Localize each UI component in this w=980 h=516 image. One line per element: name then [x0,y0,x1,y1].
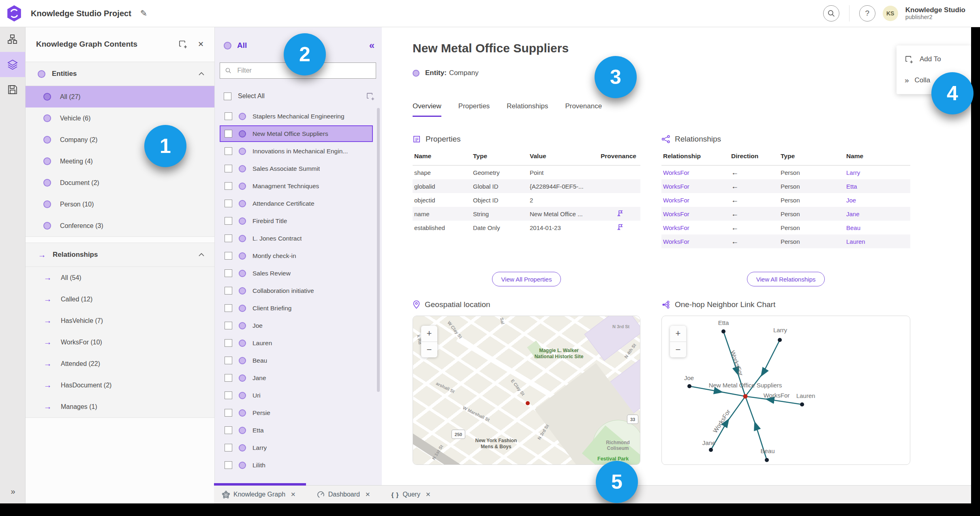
relationship-type-item[interactable]: → HasDocument (2) [26,374,214,396]
tab-relationships[interactable]: Relationships [507,102,548,117]
zoom-out-button[interactable]: − [421,342,437,358]
collapse-panel-icon[interactable]: « [369,40,374,51]
zoom-in-button[interactable]: + [421,326,437,342]
item-checkbox[interactable] [225,357,232,364]
item-checkbox[interactable] [225,391,232,399]
tab-dashboard[interactable]: Dashboard ✕ [317,491,370,499]
select-all-checkbox[interactable] [224,92,231,100]
tab-properties[interactable]: Properties [458,102,490,117]
entity-list-item[interactable]: Managment Techniques [220,178,373,194]
item-checkbox[interactable] [225,147,232,155]
relationship-row[interactable]: WorksFor ← Person Larry [661,166,910,179]
relationship-row[interactable]: WorksFor ← Person Lauren [661,234,910,248]
entity-type-item[interactable]: Meeting (4) [26,150,214,172]
close-tab-icon[interactable]: ✕ [291,491,296,498]
property-row[interactable]: name String New Metal Office ... [413,207,640,221]
item-checkbox[interactable] [225,409,232,417]
list-scrollbar[interactable] [377,108,380,392]
entity-list-item[interactable]: Persie [220,404,373,421]
relationship-type-item[interactable]: → Called (12) [26,288,214,310]
relationship-type-item[interactable]: → WorksFor (10) [26,331,214,353]
property-row[interactable]: shape Geometry Point [413,166,640,179]
entity-list-item[interactable]: Lauren [220,335,373,351]
item-checkbox[interactable] [225,269,232,277]
relationship-row[interactable]: WorksFor ← Person Jane [661,207,910,221]
tab-knowledge-graph[interactable]: Knowledge Graph ✕ [222,491,296,499]
item-checkbox[interactable] [225,287,232,295]
view-all-relationships-button[interactable]: View All Relationships [747,272,825,286]
geospatial-map[interactable]: W Clay St k Rd Sal arshall St W Marshall… [413,316,640,465]
entities-section-header[interactable]: Entities [26,62,214,86]
provenance-flag-icon[interactable] [617,210,624,217]
relationships-section-header[interactable]: → Relationships [26,243,214,267]
entity-list-item[interactable]: Uri [220,387,373,404]
item-checkbox[interactable] [225,252,232,260]
expand-rail-icon[interactable]: » [11,487,14,496]
entity-type-item[interactable]: Person (10) [26,194,214,215]
tab-provenance[interactable]: Provenance [565,102,602,117]
user-menu[interactable]: Knowledge Studio publisher2 [905,6,965,21]
close-tab-icon[interactable]: ✕ [365,491,370,498]
item-checkbox[interactable] [225,165,232,172]
help-button[interactable]: ? [859,5,875,22]
zoom-in-button[interactable]: + [670,326,686,342]
entity-list-item[interactable]: Sales Associate Summit [220,160,373,177]
item-checkbox[interactable] [225,130,232,138]
avatar[interactable]: KS [883,6,898,21]
contents-tool[interactable] [0,52,25,77]
zoom-out-button[interactable]: − [670,342,686,358]
entity-list-item[interactable]: Etta [220,422,373,439]
relationship-type-item[interactable]: → All (54) [26,267,214,288]
entity-type-item[interactable]: Conference (3) [26,215,214,236]
item-checkbox[interactable] [225,200,232,207]
property-row[interactable]: globalid Global ID {A228944F-0EF5-... [413,179,640,193]
close-tab-icon[interactable]: ✕ [426,491,431,498]
tab-query[interactable]: { } Query ✕ [392,491,431,498]
entity-list-item[interactable]: Staplers Mechanical Engineering [220,108,373,125]
entity-type-item[interactable]: All (27) [26,86,214,108]
entity-list-item[interactable]: Lilith [220,457,373,473]
save-tool[interactable] [0,77,25,102]
item-checkbox[interactable] [225,426,232,434]
item-checkbox[interactable] [225,444,232,452]
relationship-type-item[interactable]: → Manages (1) [26,396,214,417]
entity-list-item[interactable]: Innovations in Mechanical Engin... [220,143,373,159]
entity-list-item[interactable]: Joe [220,317,373,334]
entity-list-item[interactable]: Jane [220,370,373,386]
search-button[interactable] [823,5,839,22]
entity-list-item[interactable]: Larry [220,439,373,456]
entity-list-item[interactable]: L. Jones Contract [220,230,373,247]
add-to-menu-item[interactable]: Add To [897,49,971,70]
property-row[interactable]: objectid Object ID 2 [413,193,640,207]
item-checkbox[interactable] [225,234,232,242]
entity-list-item[interactable]: Montly check-in [220,247,373,264]
item-checkbox[interactable] [225,322,232,329]
provenance-flag-icon[interactable] [617,224,624,230]
item-checkbox[interactable] [225,112,232,120]
relationship-type-item[interactable]: → Attended (22) [26,353,214,374]
add-to-new-icon[interactable] [178,40,187,49]
entity-type-item[interactable]: Vehicle (6) [26,108,214,129]
close-panel-icon[interactable]: ✕ [198,40,204,49]
entity-list-item[interactable]: Beau [220,352,373,369]
entity-list-item[interactable]: Attendance Certificate [220,195,373,212]
tab-overview[interactable]: Overview [413,102,441,117]
center-node[interactable] [743,394,748,399]
link-chart[interactable]: Etta Larry Joe Lauren Jane Beau New Meta… [661,316,910,465]
item-checkbox[interactable] [225,304,232,312]
edit-title-icon[interactable]: ✎ [140,9,148,18]
view-all-properties-button[interactable]: View All Properties [492,272,561,286]
entity-list-item[interactable]: New Metal Office Suppliers [220,125,373,142]
item-checkbox[interactable] [225,339,232,347]
relationship-row[interactable]: WorksFor ← Person Etta [661,179,910,193]
item-checkbox[interactable] [225,182,232,190]
entity-list-item[interactable]: Collaboration initiative [220,282,373,299]
entity-list-item[interactable]: Client Briefing [220,300,373,316]
item-checkbox[interactable] [225,217,232,225]
relationship-row[interactable]: WorksFor ← Person Beau [661,221,910,234]
entity-list-item[interactable]: Sales Review [220,265,373,282]
relationship-type-item[interactable]: → HasVehicle (7) [26,310,214,331]
item-checkbox[interactable] [225,374,232,382]
add-to-new-icon[interactable] [366,92,374,101]
relationship-row[interactable]: WorksFor ← Person Joe [661,193,910,207]
